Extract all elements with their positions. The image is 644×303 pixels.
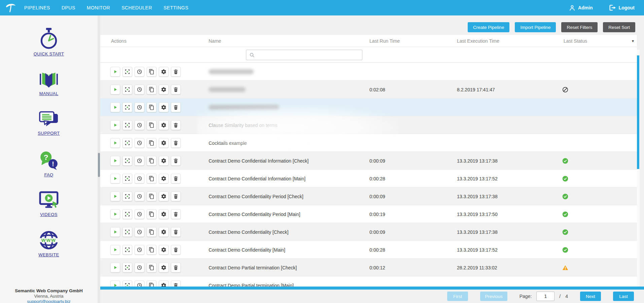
run-pipeline-button[interactable] bbox=[110, 67, 120, 77]
schedule-pipeline-button[interactable] bbox=[135, 191, 144, 201]
user-menu[interactable]: Admin bbox=[569, 4, 593, 11]
debug-pipeline-button[interactable] bbox=[122, 138, 132, 148]
debug-pipeline-button[interactable] bbox=[122, 245, 132, 255]
run-pipeline-button[interactable] bbox=[110, 227, 120, 237]
run-pipeline-button[interactable] bbox=[110, 245, 120, 255]
table-row[interactable]: Cocktails example bbox=[100, 134, 637, 152]
reset-sort-button[interactable]: Reset Sort bbox=[603, 22, 635, 32]
sidebar-item-faq[interactable]: ? ! FAQ bbox=[0, 150, 98, 177]
sidebar-scrollbar-thumb[interactable] bbox=[98, 153, 100, 177]
pipeline-settings-button[interactable] bbox=[159, 102, 169, 112]
debug-pipeline-button[interactable] bbox=[122, 209, 132, 219]
debug-pipeline-button[interactable] bbox=[122, 156, 132, 166]
name-search-box[interactable] bbox=[246, 50, 362, 60]
nav-dpus[interactable]: DPUS bbox=[62, 5, 75, 10]
table-row[interactable]: Contract Demo Confidentiality [Main] 0:0… bbox=[100, 241, 637, 258]
schedule-pipeline-button[interactable] bbox=[135, 156, 144, 166]
nav-monitor[interactable]: MONITOR bbox=[87, 5, 110, 10]
copy-pipeline-button[interactable] bbox=[147, 120, 156, 130]
copy-pipeline-button[interactable] bbox=[147, 263, 156, 272]
pipeline-settings-button[interactable] bbox=[159, 280, 169, 287]
company-email-link[interactable]: support@poolparty.biz bbox=[0, 299, 98, 303]
pipeline-settings-button[interactable] bbox=[159, 156, 169, 166]
copy-pipeline-button[interactable] bbox=[147, 85, 156, 94]
schedule-pipeline-button[interactable] bbox=[135, 102, 144, 112]
run-pipeline-button[interactable] bbox=[110, 85, 120, 94]
table-row[interactable]: Contract Demo Confidential Information [… bbox=[100, 152, 637, 169]
import-pipeline-button[interactable]: Import Pipeline bbox=[515, 22, 556, 32]
sidebar-item-quick-start[interactable]: QUICK START bbox=[0, 28, 98, 56]
schedule-pipeline-button[interactable] bbox=[135, 227, 144, 237]
schedule-pipeline-button[interactable] bbox=[135, 263, 144, 272]
column-header-last-status[interactable]: Last Status bbox=[564, 35, 587, 47]
table-row[interactable] bbox=[100, 62, 637, 80]
previous-page-button[interactable]: Previous bbox=[480, 292, 507, 301]
copy-pipeline-button[interactable] bbox=[147, 174, 156, 183]
pipeline-settings-button[interactable] bbox=[159, 263, 169, 272]
column-menu-caret-icon[interactable]: ▾ bbox=[632, 39, 634, 43]
copy-pipeline-button[interactable] bbox=[147, 138, 156, 148]
delete-pipeline-button[interactable] bbox=[171, 120, 181, 130]
delete-pipeline-button[interactable] bbox=[171, 156, 181, 166]
run-pipeline-button[interactable] bbox=[110, 102, 120, 112]
pipeline-settings-button[interactable] bbox=[159, 245, 169, 255]
run-pipeline-button[interactable] bbox=[110, 280, 120, 287]
schedule-pipeline-button[interactable] bbox=[135, 245, 144, 255]
table-row[interactable]: Contract Demo Confidential Information [… bbox=[100, 169, 637, 187]
debug-pipeline-button[interactable] bbox=[122, 120, 132, 130]
sidebar-item-videos[interactable]: VIDEOS bbox=[0, 190, 98, 217]
vertical-scrollbar[interactable] bbox=[637, 50, 640, 287]
first-page-button[interactable]: First bbox=[447, 292, 468, 301]
next-page-button[interactable]: Next bbox=[580, 292, 601, 301]
sidebar-item-website[interactable]: www WEBSITE bbox=[0, 230, 98, 257]
delete-pipeline-button[interactable] bbox=[171, 85, 181, 94]
copy-pipeline-button[interactable] bbox=[147, 156, 156, 166]
column-header-last-execution-time[interactable]: Last Execution Time bbox=[457, 35, 499, 47]
debug-pipeline-button[interactable] bbox=[122, 263, 132, 272]
delete-pipeline-button[interactable] bbox=[171, 245, 181, 255]
create-pipeline-button[interactable]: Create Pipeline bbox=[468, 22, 509, 32]
copy-pipeline-button[interactable] bbox=[147, 227, 156, 237]
delete-pipeline-button[interactable] bbox=[171, 227, 181, 237]
poolparty-logo[interactable] bbox=[5, 2, 17, 14]
pipeline-settings-button[interactable] bbox=[159, 209, 169, 219]
run-pipeline-button[interactable] bbox=[110, 120, 120, 130]
sidebar-item-support[interactable]: SUPPORT bbox=[0, 110, 98, 136]
schedule-pipeline-button[interactable] bbox=[135, 209, 144, 219]
column-header-last-run-time[interactable]: Last Run Time bbox=[369, 35, 400, 47]
copy-pipeline-button[interactable] bbox=[147, 209, 156, 219]
column-header-name[interactable]: Name bbox=[209, 35, 221, 47]
copy-pipeline-button[interactable] bbox=[147, 245, 156, 255]
schedule-pipeline-button[interactable] bbox=[135, 85, 144, 94]
run-pipeline-button[interactable] bbox=[110, 263, 120, 272]
table-row[interactable]: Contract Demo Confidentiality Period [Ch… bbox=[100, 187, 637, 205]
debug-pipeline-button[interactable] bbox=[122, 280, 132, 287]
nav-scheduler[interactable]: SCHEDULER bbox=[121, 5, 152, 10]
debug-pipeline-button[interactable] bbox=[122, 85, 132, 94]
schedule-pipeline-button[interactable] bbox=[135, 67, 144, 77]
pipeline-settings-button[interactable] bbox=[159, 85, 169, 94]
run-pipeline-button[interactable] bbox=[110, 156, 120, 166]
delete-pipeline-button[interactable] bbox=[171, 102, 181, 112]
nav-settings[interactable]: SETTINGS bbox=[164, 5, 188, 10]
copy-pipeline-button[interactable] bbox=[147, 102, 156, 112]
delete-pipeline-button[interactable] bbox=[171, 209, 181, 219]
copy-pipeline-button[interactable] bbox=[147, 191, 156, 201]
table-row[interactable] bbox=[100, 98, 637, 116]
delete-pipeline-button[interactable] bbox=[171, 280, 181, 287]
pipeline-settings-button[interactable] bbox=[159, 174, 169, 183]
debug-pipeline-button[interactable] bbox=[122, 191, 132, 201]
last-page-button[interactable]: Last bbox=[613, 292, 634, 301]
schedule-pipeline-button[interactable] bbox=[135, 120, 144, 130]
table-row[interactable]: Contract Demo Confidentiality [Check] 0:… bbox=[100, 223, 637, 241]
run-pipeline-button[interactable] bbox=[110, 209, 120, 219]
schedule-pipeline-button[interactable] bbox=[135, 280, 144, 287]
delete-pipeline-button[interactable] bbox=[171, 174, 181, 183]
delete-pipeline-button[interactable] bbox=[171, 191, 181, 201]
pipeline-settings-button[interactable] bbox=[159, 67, 169, 77]
page-number-input[interactable] bbox=[536, 292, 554, 301]
run-pipeline-button[interactable] bbox=[110, 138, 120, 148]
copy-pipeline-button[interactable] bbox=[147, 280, 156, 287]
pipeline-settings-button[interactable] bbox=[159, 138, 169, 148]
delete-pipeline-button[interactable] bbox=[171, 263, 181, 272]
